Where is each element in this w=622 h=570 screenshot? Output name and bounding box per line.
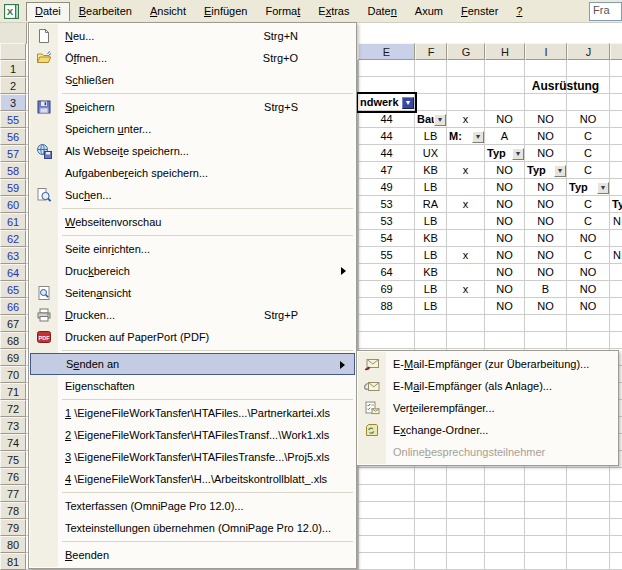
file-menu-item-4-eigenefileworktansfer-h-arbeitskontrol[interactable]: 4 \EigeneFileWorkTansfer\H...\Arbeitskon… [30,468,355,490]
file-menu-item-als-webseite-speichern[interactable]: Als Webseite speichern... [30,140,355,162]
cell-r58-c0[interactable]: 47 [358,162,415,179]
cell-r66-c4[interactable]: NO [525,298,567,315]
menubar-item-fenster[interactable]: Fenster [452,2,507,21]
cell-r60-c1[interactable]: RA [415,196,447,213]
cell-r68-c2[interactable] [447,332,485,349]
cell-r61-c4[interactable]: NO [525,213,567,230]
select-all-corner[interactable] [0,43,26,60]
row-header-62[interactable]: 62 [0,230,26,247]
cell-r64-c4[interactable]: NO [525,264,567,281]
cell-r77-c4[interactable] [525,485,567,502]
cell-r62-c2[interactable] [447,230,485,247]
cell-r66-c6[interactable] [610,298,622,315]
cell-r68-c1[interactable] [415,332,447,349]
cell-r76-c2[interactable] [447,468,485,485]
file-menu-item-eigenschaften[interactable]: Eigenschaften [30,375,355,397]
file-menu-item-druckbereich[interactable]: Druckbereich [30,260,355,282]
cell-r80-c2[interactable] [447,536,485,553]
cell-r67-c5[interactable] [567,315,610,332]
autofilter-button-E[interactable]: ▼ [402,97,414,109]
row-header-73[interactable]: 73 [0,417,26,434]
cell-r67-c2[interactable] [447,315,485,332]
cell-r79-c5[interactable] [567,519,610,536]
cell-r76-c0[interactable] [358,468,415,485]
cell-r77-c5[interactable] [567,485,610,502]
row-header-75[interactable]: 75 [0,451,26,468]
cell-r67-c0[interactable] [358,315,415,332]
cell-r61-c5[interactable]: C [567,213,610,230]
cell-r81-c5[interactable] [567,553,610,570]
file-menu-item-seitenansicht[interactable]: Seitenansicht [30,282,355,304]
cell-r62-c1[interactable]: KB [415,230,447,247]
row-header-61[interactable]: 61 [0,213,26,230]
cell-r81-c0[interactable] [358,553,415,570]
row-header-55[interactable]: 55 [0,111,26,128]
cell-r67-c6[interactable] [610,315,622,332]
cell-r2-c2[interactable] [447,77,485,94]
cell-r56-c6[interactable] [610,128,622,145]
file-menu-item-2-eigenefileworktansfer-htafilestransf-w[interactable]: 2 \EigeneFileWorkTansfer\HTAFilesTransf.… [30,424,355,446]
cell-r56-c0[interactable]: 44 [358,128,415,145]
cell-r78-c5[interactable] [567,502,610,519]
cell-r67-c4[interactable] [525,315,567,332]
cell-r61-c2[interactable] [447,213,485,230]
cell-r66-c3[interactable]: NO [485,298,525,315]
cell-r76-c5[interactable] [567,468,610,485]
file-menu-item-speichern[interactable]: SpeichernStrg+S [30,96,355,118]
filter-header-K[interactable]: Ty [610,196,622,213]
row-header-77[interactable]: 77 [0,485,26,502]
cell-r1-c4[interactable] [525,60,567,77]
send-to-item-exchange-ordner[interactable]: Exchange-Ordner... [358,419,617,441]
cell-r60-c0[interactable]: 53 [358,196,415,213]
row-header-3[interactable]: 3 [0,94,26,111]
cell-r58-c2[interactable]: x [447,162,485,179]
cell-r65-c5[interactable]: NO [567,281,610,298]
cell-r79-c0[interactable] [358,519,415,536]
cell-r55-c6[interactable] [610,111,622,128]
cell-r3-c1[interactable] [415,94,447,111]
menubar-item-extras[interactable]: Extras [309,2,358,21]
cell-r58-c5[interactable]: C [567,162,610,179]
file-menu-item-texteinstellungen-übernehmen-omnipage-pr[interactable]: Texteinstellungen übernehmen (OmniPage P… [30,517,355,539]
cell-r59-c6[interactable] [610,179,622,196]
cell-r78-c6[interactable] [610,502,622,519]
cell-r79-c4[interactable] [525,519,567,536]
cell-r64-c6[interactable] [610,264,622,281]
row-header-59[interactable]: 59 [0,179,26,196]
cell-r61-c0[interactable]: 53 [358,213,415,230]
cell-r79-c6[interactable] [610,519,622,536]
menubar-item-daten[interactable]: Daten [358,2,405,21]
column-header-E[interactable]: E [358,43,415,60]
cell-r64-c0[interactable]: 64 [358,264,415,281]
file-menu-item-beenden[interactable]: Beenden [30,544,355,566]
cell-r56-c3[interactable]: A [485,128,525,145]
row-header-2[interactable]: 2 [0,77,26,94]
file-menu-item-1-eigenefileworktansfer-htafiles-partner[interactable]: 1 \EigeneFileWorkTansfer\HTAFiles...\Par… [30,402,355,424]
cell-r81-c3[interactable] [485,553,525,570]
cell-r80-c3[interactable] [485,536,525,553]
cell-r59-c0[interactable]: 49 [358,179,415,196]
cell-r62-c0[interactable]: 54 [358,230,415,247]
cell-r76-c3[interactable] [485,468,525,485]
cell-r78-c4[interactable] [525,502,567,519]
cell-r1-c1[interactable] [415,60,447,77]
cell-r79-c3[interactable] [485,519,525,536]
cell-r62-c5[interactable]: NO [567,230,610,247]
file-menu-item-schließen[interactable]: Schließen [30,69,355,91]
cell-r68-c4[interactable] [525,332,567,349]
menubar-item-ansicht[interactable]: Ansicht [141,2,195,21]
cell-r80-c6[interactable] [610,536,622,553]
cell-r78-c3[interactable] [485,502,525,519]
row-header-80[interactable]: 80 [0,536,26,553]
cell-r68-c5[interactable] [567,332,610,349]
row-header-63[interactable]: 63 [0,247,26,264]
cell-r65-c6[interactable] [610,281,622,298]
cell-r3-c3[interactable] [485,94,525,111]
row-header-56[interactable]: 56 [0,128,26,145]
cell-r68-c3[interactable] [485,332,525,349]
cell-r65-c1[interactable]: LB [415,281,447,298]
cell-r78-c2[interactable] [447,502,485,519]
row-header-79[interactable]: 79 [0,519,26,536]
file-menu-item-öffnen[interactable]: Öffnen...Strg+O [30,47,355,69]
file-menu-item-drucken[interactable]: Drucken...Strg+P [30,304,355,326]
